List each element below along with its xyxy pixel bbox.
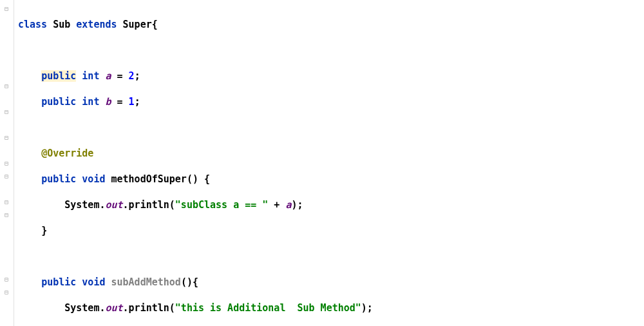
fold-icon[interactable]: ⊟	[3, 108, 10, 116]
code-line: public void methodOfSuper() {	[18, 173, 644, 186]
code-line	[18, 250, 644, 263]
code-line: }	[18, 224, 644, 237]
code-line: System.out.println("subClass a == " + a)…	[18, 198, 644, 211]
code-editor[interactable]: class Sub extends Super{ public int a = …	[14, 0, 644, 326]
fold-icon[interactable]: ⊟	[3, 134, 10, 142]
code-line: System.out.println("this is Additional S…	[18, 302, 644, 314]
fold-icon[interactable]: ⊟	[3, 289, 10, 296]
fold-icon[interactable]: ⊟	[3, 173, 10, 180]
fold-icon[interactable]: ⊟	[3, 211, 10, 219]
fold-icon[interactable]: ⊟	[3, 82, 10, 90]
code-line: public int b = 1;	[18, 95, 644, 108]
code-line: class Sub extends Super{	[18, 18, 644, 31]
code-line: public int a = 2;	[18, 70, 644, 82]
fold-icon[interactable]: ⊟	[3, 5, 10, 13]
fold-icon[interactable]: ⊟	[3, 276, 10, 283]
code-line	[18, 121, 644, 134]
code-line: @Override	[18, 147, 644, 160]
code-line: public void subAddMethod(){	[18, 276, 644, 289]
editor-gutter: ⊟ ⊟ ⊟ ⊟ ⊟ ⊟ ⊟ ⊟ ⊟ ⊟	[0, 0, 14, 326]
fold-icon[interactable]: ⊟	[3, 160, 10, 168]
code-line	[18, 44, 644, 57]
fold-icon[interactable]: ⊟	[3, 198, 10, 206]
